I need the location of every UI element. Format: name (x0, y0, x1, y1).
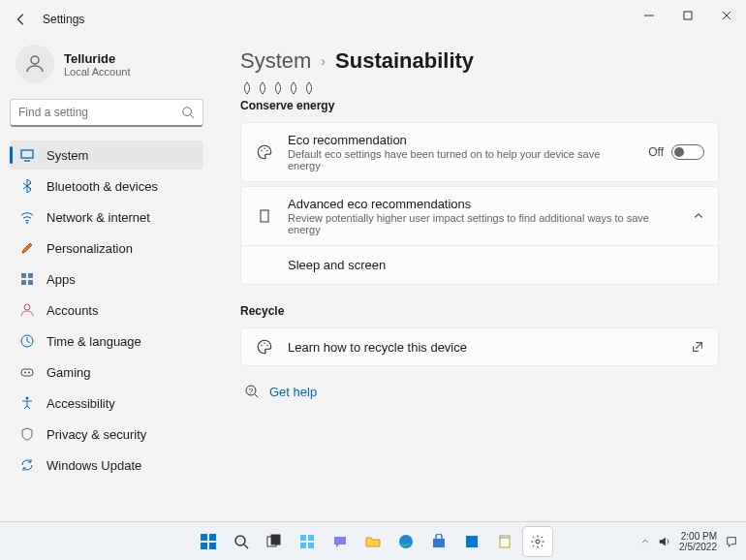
sidebar-item-network-internet[interactable]: Network & internet (10, 202, 203, 232)
sidebar-item-privacy-security[interactable]: Privacy & security (10, 420, 203, 449)
breadcrumb-parent[interactable]: System (240, 48, 311, 74)
sidebar-item-accessibility[interactable]: Accessibility (10, 389, 203, 418)
advanced-eco-card[interactable]: Advanced eco recommendations Review pote… (240, 186, 719, 246)
palette-icon (255, 338, 274, 356)
taskbar: 2:00 PM 2/5/2022 (0, 521, 746, 560)
app-icon[interactable] (457, 527, 486, 556)
get-help-link[interactable]: Get help (269, 385, 317, 399)
window-title: Settings (43, 13, 84, 26)
advanced-title: Advanced eco recommendations (288, 197, 679, 211)
svg-rect-38 (300, 543, 306, 548)
eco-title: Eco recommendation (288, 133, 635, 147)
search-box[interactable] (10, 99, 203, 127)
apps-icon (19, 271, 35, 287)
sidebar-item-label: Windows Update (47, 458, 141, 473)
sidebar-item-gaming[interactable]: Gaming (10, 358, 203, 387)
task-view-icon[interactable] (260, 527, 289, 556)
svg-point-24 (266, 345, 268, 347)
svg-rect-39 (308, 543, 314, 548)
svg-point-19 (264, 148, 265, 150)
taskbar-time: 2:00 PM (679, 531, 717, 542)
sidebar-item-accounts[interactable]: Accounts (10, 296, 203, 325)
eco-toggle[interactable] (671, 144, 704, 160)
search-input[interactable] (18, 106, 181, 119)
chevron-up-icon (693, 210, 704, 222)
eco-toggle-state: Off (648, 145, 664, 159)
widgets-icon[interactable] (293, 527, 322, 556)
open-link-icon (691, 340, 704, 354)
close-button[interactable] (707, 0, 746, 31)
svg-rect-21 (261, 210, 268, 222)
sidebar-item-label: Personalization (47, 241, 133, 256)
svg-rect-41 (433, 539, 445, 547)
accounts-icon (19, 302, 35, 318)
avatar (16, 45, 54, 83)
start-button[interactable] (194, 527, 223, 556)
back-button[interactable] (8, 6, 35, 33)
svg-rect-11 (28, 280, 33, 285)
svg-point-12 (24, 304, 30, 310)
device-icon (255, 208, 274, 224)
svg-point-17 (26, 397, 29, 400)
svg-point-23 (264, 343, 265, 345)
recycle-title: Recycle (240, 304, 719, 318)
help-icon: ? (244, 384, 260, 399)
settings-taskbar-icon[interactable] (523, 527, 552, 556)
recycle-learn: Learn how to recycle this device (288, 340, 677, 355)
sleep-and-screen-item[interactable]: Sleep and screen (240, 246, 719, 285)
chat-icon[interactable] (326, 527, 355, 556)
svg-rect-31 (209, 543, 216, 549)
svg-rect-28 (201, 534, 207, 541)
maximize-button[interactable] (668, 0, 707, 31)
bluetooth-icon (19, 178, 35, 194)
accessibility-icon (19, 395, 35, 411)
svg-point-2 (31, 56, 39, 64)
store-icon[interactable] (424, 527, 453, 556)
notepad-icon[interactable] (490, 527, 519, 556)
sidebar-item-label: Apps (47, 272, 76, 287)
recycle-card[interactable]: Learn how to recycle this device (240, 327, 719, 366)
eco-recommendation-card[interactable]: Eco recommendation Default eco settings … (240, 122, 719, 182)
taskbar-date: 2/5/2022 (679, 542, 717, 552)
sidebar-item-system[interactable]: System (10, 140, 203, 170)
svg-point-22 (261, 345, 263, 347)
svg-rect-36 (300, 535, 306, 541)
minimize-button[interactable] (630, 0, 668, 31)
account-type: Local Account (64, 66, 131, 78)
sidebar-item-label: Network & internet (47, 210, 150, 225)
chevron-right-icon: › (321, 53, 326, 69)
edge-icon[interactable] (391, 527, 420, 556)
svg-point-16 (28, 372, 30, 374)
svg-line-27 (255, 394, 258, 397)
search-icon (181, 106, 195, 119)
sidebar-item-personalization[interactable]: Personalization (10, 233, 203, 263)
explorer-icon[interactable] (358, 527, 388, 556)
sidebar-item-bluetooth-devices[interactable]: Bluetooth & devices (10, 171, 203, 201)
notification-icon[interactable] (725, 535, 738, 548)
account-block[interactable]: Telluride Local Account (10, 39, 203, 99)
tray-chevron-icon[interactable] (640, 537, 650, 546)
svg-point-18 (261, 150, 263, 152)
brush-icon (19, 240, 35, 256)
sidebar-item-apps[interactable]: Apps (10, 264, 203, 294)
svg-rect-29 (209, 534, 216, 541)
sidebar-item-time-language[interactable]: Time & language (10, 327, 203, 356)
search-taskbar-icon[interactable] (227, 527, 256, 556)
volume-icon[interactable] (658, 535, 671, 548)
svg-rect-5 (21, 150, 33, 158)
privacy-icon (19, 426, 35, 442)
taskbar-clock[interactable]: 2:00 PM 2/5/2022 (679, 531, 717, 552)
sidebar-item-label: Privacy & security (47, 427, 146, 442)
svg-line-4 (191, 115, 195, 119)
leaf-icons (240, 81, 719, 95)
advanced-desc: Review potentially higher user impact se… (288, 212, 679, 235)
sidebar-item-label: Gaming (47, 365, 91, 380)
sidebar-item-windows-update[interactable]: Windows Update (10, 451, 203, 480)
sidebar-item-label: Bluetooth & devices (47, 179, 158, 194)
svg-point-7 (26, 222, 28, 224)
svg-point-20 (266, 150, 268, 152)
svg-point-15 (24, 372, 26, 374)
svg-point-32 (235, 536, 245, 545)
system-icon (19, 147, 35, 163)
sidebar-item-label: System (47, 148, 88, 163)
